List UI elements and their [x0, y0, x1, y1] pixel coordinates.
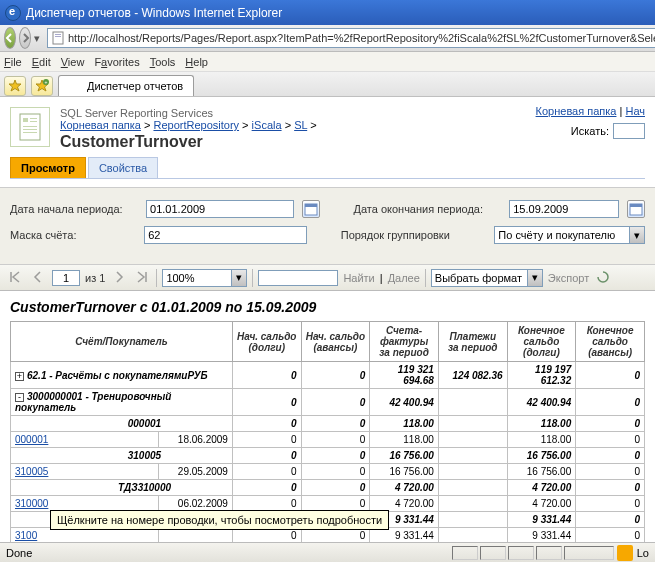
breadcrumb-iscala[interactable]: iScala	[252, 119, 282, 131]
drill-link[interactable]: 3100	[15, 530, 37, 541]
report-tabs: Просмотр Свойства	[10, 157, 645, 179]
report-toolbar: из 1 100% ▾ Найти | Далее Выбрать формат…	[0, 265, 655, 291]
svg-rect-8	[23, 118, 28, 122]
export-format-select[interactable]: Выбрать формат ▾	[431, 269, 543, 287]
menu-tools[interactable]: Tools	[150, 56, 176, 68]
svg-rect-10	[30, 121, 37, 122]
table-row: +62.1 - Расчёты с покупателямиРУБ00119 3…	[11, 362, 645, 389]
rss-icon[interactable]	[617, 545, 633, 561]
export-link[interactable]: Экспорт	[548, 272, 589, 284]
tab-ie-icon	[69, 79, 83, 93]
address-bar[interactable]: http://localhost/Reports/Pages/Report.as…	[47, 28, 655, 48]
report-icon	[10, 107, 50, 147]
svg-rect-13	[23, 132, 37, 133]
header-search: Искать:	[571, 123, 645, 139]
col-end-debt: Конечное сальдо (долги)	[507, 322, 576, 362]
find-input[interactable]	[258, 270, 338, 286]
menu-favorites[interactable]: Favorites	[94, 56, 139, 68]
chevron-down-icon: ▾	[629, 227, 644, 243]
table-row: ТДЗ310000004 720.004 720.000	[11, 480, 645, 496]
param-mask-input[interactable]	[144, 226, 307, 244]
svg-rect-17	[630, 204, 642, 207]
param-start-input[interactable]	[146, 200, 294, 218]
col-end-adv: Конечное сальдо (авансы)	[576, 322, 645, 362]
report-header: Корневая папка | Нач Искать: SQL Server …	[0, 97, 655, 179]
report-body-title: CustomerTurnover с 01.01.2009 по 15.09.2…	[10, 299, 645, 315]
param-group-label: Порядок группировки	[341, 229, 487, 241]
favorites-star-button[interactable]	[4, 76, 26, 96]
col-beg-debt: Нач. сальдо (долги)	[232, 322, 301, 362]
browser-navbar: ▾ http://localhost/Reports/Pages/Report.…	[0, 25, 655, 52]
link-home[interactable]: Нач	[625, 105, 645, 117]
browser-tab-active[interactable]: Диспетчер отчетов	[58, 75, 194, 96]
table-row: 00000100118.00118.000	[11, 416, 645, 432]
svg-rect-11	[23, 126, 37, 127]
back-button[interactable]	[4, 27, 16, 49]
expander-icon[interactable]: +	[15, 372, 24, 381]
chevron-down-icon: ▾	[527, 270, 542, 286]
col-account: Счёт/Покупатель	[11, 322, 233, 362]
browser-statusbar: Done Lo	[0, 542, 655, 562]
menu-help[interactable]: Help	[185, 56, 208, 68]
col-invoices: Счета-фактуры за период	[370, 322, 439, 362]
param-end-label: Дата окончания периода:	[353, 203, 501, 215]
find-next-link[interactable]: Далее	[388, 272, 420, 284]
history-dropdown-icon[interactable]: ▾	[34, 32, 40, 45]
col-payments: Платежи за период	[438, 322, 507, 362]
page-number-input[interactable]	[52, 270, 80, 286]
refresh-report-button[interactable]	[594, 268, 612, 288]
drill-link[interactable]: 310005	[15, 466, 48, 477]
menu-view[interactable]: View	[61, 56, 85, 68]
param-end-input[interactable]	[509, 200, 619, 218]
search-label: Искать:	[571, 125, 609, 137]
forward-button[interactable]	[19, 27, 31, 49]
svg-rect-15	[305, 204, 317, 207]
breadcrumb: Корневая папка > ReportRepository > iSca…	[60, 119, 645, 131]
svg-text:+: +	[45, 79, 48, 85]
param-start-label: Дата начала периода:	[10, 203, 138, 215]
svg-rect-9	[30, 118, 37, 119]
menu-file[interactable]: File	[4, 56, 22, 68]
breadcrumb-repo[interactable]: ReportRepository	[153, 119, 239, 131]
svg-rect-0	[53, 32, 63, 44]
prev-page-button[interactable]	[29, 268, 47, 288]
zoom-select[interactable]: 100% ▾	[162, 269, 247, 287]
table-header-row: Счёт/Покупатель Нач. сальдо (долги) Нач.…	[11, 322, 645, 362]
param-mask-label: Маска счёта:	[10, 229, 136, 241]
calendar-icon-start[interactable]	[302, 200, 320, 218]
parameters-panel: Дата начала периода: Дата окончания пери…	[0, 187, 655, 265]
browser-tabbar: + Диспетчер отчетов	[0, 72, 655, 97]
status-text: Done	[6, 547, 32, 559]
drill-link[interactable]: 310000	[15, 498, 48, 509]
param-group-select[interactable]: По счёту и покупателю ▾	[494, 226, 645, 244]
link-root-folder[interactable]: Корневая папка	[536, 105, 617, 117]
svg-rect-2	[55, 36, 61, 37]
window-titlebar: Диспетчер отчетов - Windows Internet Exp…	[0, 0, 655, 25]
calendar-icon-end[interactable]	[627, 200, 645, 218]
page-icon	[51, 31, 65, 45]
tab-view[interactable]: Просмотр	[10, 157, 86, 178]
ie-icon	[5, 5, 21, 21]
first-page-button[interactable]	[6, 268, 24, 288]
find-link[interactable]: Найти	[343, 272, 374, 284]
drill-link[interactable]: 000001	[15, 434, 48, 445]
tab-properties[interactable]: Свойства	[88, 157, 158, 178]
last-page-button[interactable]	[133, 268, 151, 288]
search-input[interactable]	[613, 123, 645, 139]
row-tooltip: Щёлкните на номере проводки, чтобы посмо…	[50, 510, 389, 530]
col-beg-adv: Нач. сальдо (авансы)	[301, 322, 370, 362]
add-favorite-button[interactable]: +	[31, 76, 53, 96]
page-title: CustomerTurnover	[60, 133, 645, 151]
next-page-button[interactable]	[110, 268, 128, 288]
table-row: 00000118.06.200900118.00118.000	[11, 432, 645, 448]
status-local: Lo	[637, 547, 649, 559]
browser-tab-label: Диспетчер отчетов	[87, 80, 183, 92]
breadcrumb-sl[interactable]: SL	[294, 119, 307, 131]
table-row: 3100050016 756.0016 756.000	[11, 448, 645, 464]
menu-edit[interactable]: Edit	[32, 56, 51, 68]
breadcrumb-root[interactable]: Корневая папка	[60, 119, 141, 131]
url-text: http://localhost/Reports/Pages/Report.as…	[68, 32, 655, 44]
chevron-down-icon: ▾	[231, 270, 246, 286]
expander-icon[interactable]: -	[15, 393, 24, 402]
table-row: -3000000001 - Тренировочный покупатель00…	[11, 389, 645, 416]
